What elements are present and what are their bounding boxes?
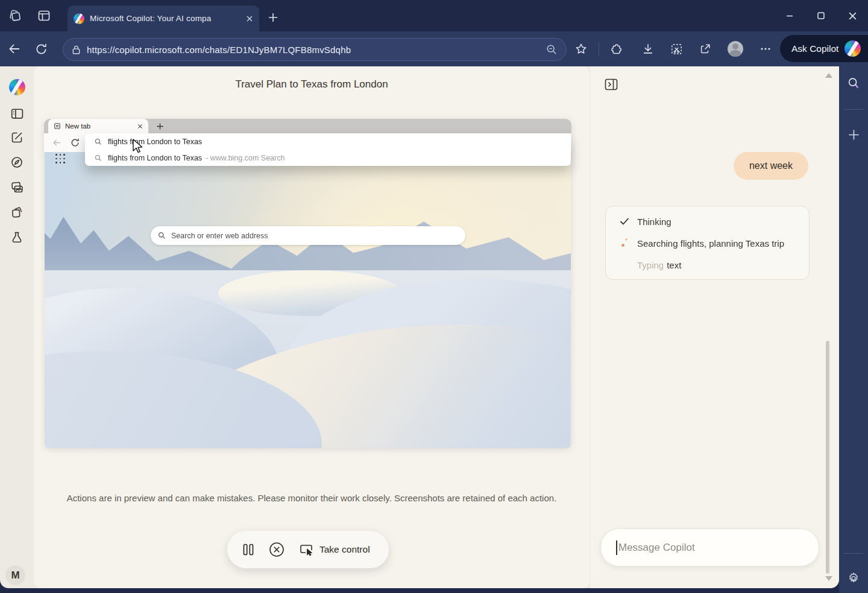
- downloads-icon[interactable]: [640, 40, 656, 57]
- scroll-up-arrow[interactable]: [825, 73, 832, 78]
- tab-layout-icon[interactable]: [36, 8, 52, 24]
- search-icon: [158, 232, 166, 239]
- vm-back-icon[interactable]: [52, 138, 62, 148]
- virtual-browser: New tab: [44, 119, 571, 448]
- user-avatar[interactable]: M: [5, 565, 25, 585]
- take-control-label: Take control: [319, 544, 370, 555]
- vm-viewport: [45, 152, 571, 448]
- agent-view: Travel Plan to Texas from London New tab: [34, 66, 590, 588]
- address-bar[interactable]: https://copilot.microsoft.com/chats/ED1N…: [63, 38, 567, 61]
- new-tab-icon[interactable]: [265, 10, 281, 25]
- lock-icon: [72, 45, 81, 55]
- spinner-icon: [620, 238, 629, 248]
- compose-icon[interactable]: [8, 128, 26, 147]
- preview-disclaimer: Actions are in preview and can make mist…: [34, 493, 590, 503]
- toolbar-divider: [599, 42, 599, 55]
- refresh-icon[interactable]: [33, 40, 49, 57]
- extensions-icon[interactable]: [608, 40, 624, 57]
- status-row-searching: Searching flights, planning Texas trip: [606, 232, 809, 254]
- profile-icon[interactable]: [727, 40, 744, 57]
- check-icon: [620, 217, 629, 226]
- take-control-button[interactable]: Take control: [298, 542, 370, 557]
- pause-icon[interactable]: [242, 542, 255, 557]
- pages-icon[interactable]: [8, 203, 26, 221]
- vm-address-row[interactable]: [85, 133, 571, 150]
- chat-panel: next week Thinking Searching flights, pl…: [590, 66, 839, 588]
- ask-copilot-label: Ask Copilot: [791, 43, 838, 54]
- more-icon[interactable]: [757, 40, 774, 57]
- vm-tab[interactable]: New tab: [48, 119, 148, 133]
- browser-toolbar: https://copilot.microsoft.com/chats/ED1N…: [0, 31, 868, 66]
- maximize-icon[interactable]: [805, 0, 837, 31]
- browser-titlebar: Microsoft Copilot: Your AI compa: [0, 0, 868, 31]
- vm-search-input[interactable]: [171, 232, 458, 240]
- collapse-panel-icon[interactable]: [605, 78, 618, 90]
- suggestion-suffix: - www.bing.com Search: [206, 154, 285, 162]
- vm-address-dropdown: flights from London to Texas - www.bing.…: [85, 133, 571, 166]
- take-control-icon: [298, 542, 314, 557]
- search-icon[interactable]: [847, 76, 860, 89]
- scrollbar-thumb[interactable]: [826, 341, 829, 574]
- vm-tab-label: New tab: [65, 122, 133, 130]
- vm-search-suggestion[interactable]: flights from London to Texas - www.bing.…: [85, 150, 571, 166]
- text-caret: [616, 541, 617, 555]
- journal-icon[interactable]: [8, 104, 26, 122]
- labs-icon[interactable]: [8, 228, 26, 246]
- search-icon: [95, 154, 102, 162]
- vm-search-bar[interactable]: [151, 226, 465, 245]
- tab-close-icon[interactable]: [246, 15, 253, 22]
- search-icon: [95, 138, 102, 145]
- user-message-bubble: next week: [734, 152, 808, 180]
- vm-new-tab-icon[interactable]: [155, 121, 165, 131]
- minimize-icon[interactable]: [774, 0, 805, 31]
- agent-controls: Take control: [227, 531, 389, 568]
- status-row-thinking: Thinking: [606, 211, 809, 232]
- vm-address-input[interactable]: [108, 138, 571, 146]
- url-text[interactable]: https://copilot.microsoft.com/chats/ED1N…: [87, 45, 539, 55]
- vm-tab-close-icon[interactable]: [137, 124, 143, 129]
- status-row-typing: Typing text: [606, 254, 809, 276]
- close-icon[interactable]: [837, 0, 868, 31]
- grip-icon[interactable]: [55, 154, 66, 164]
- add-icon[interactable]: [847, 128, 860, 141]
- agent-status-card: Thinking Searching flights, planning Tex…: [605, 206, 810, 280]
- chat-input[interactable]: [600, 528, 819, 566]
- copilot-logo: [844, 40, 861, 57]
- copilot-sidebar: M: [0, 66, 34, 588]
- rail-divider: [844, 109, 863, 110]
- conversation-title: Travel Plan to Texas from London: [34, 78, 590, 90]
- cursor-icon: [131, 139, 144, 154]
- scroll-down-arrow[interactable]: [825, 576, 832, 581]
- settings-icon[interactable]: [847, 571, 860, 585]
- suggestion-text: flights from London to Texas: [108, 154, 202, 162]
- screenshot-icon[interactable]: [668, 40, 685, 57]
- media-icon[interactable]: [8, 178, 26, 196]
- message-copilot-input[interactable]: [618, 542, 810, 554]
- favorites-icon[interactable]: [573, 40, 590, 57]
- browser-tab[interactable]: Microsoft Copilot: Your AI compa: [68, 5, 259, 31]
- ask-copilot-button[interactable]: Ask Copilot: [780, 35, 868, 62]
- workspaces-icon[interactable]: [7, 8, 23, 24]
- vm-refresh-icon[interactable]: [70, 138, 80, 148]
- rail-divider: [844, 553, 863, 554]
- copilot-app: M Travel Plan to Texas from London New t…: [0, 66, 839, 588]
- cancel-icon[interactable]: [268, 541, 285, 558]
- compass-icon[interactable]: [8, 153, 26, 171]
- share-icon[interactable]: [697, 40, 714, 57]
- copilot-right-rail: [839, 66, 868, 593]
- vm-tab-icon: [54, 122, 61, 130]
- copilot-favicon: [74, 13, 84, 24]
- copilot-home-icon[interactable]: [8, 78, 26, 96]
- back-icon[interactable]: [6, 40, 23, 57]
- zoom-out-icon[interactable]: [546, 43, 558, 55]
